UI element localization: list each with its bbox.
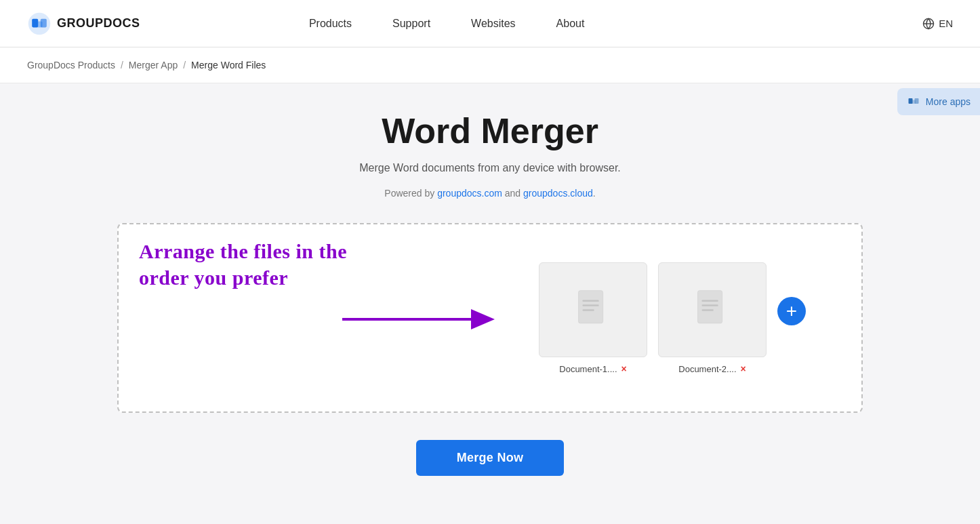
annotation-area: Arrange the files in the order you prefe… <box>139 238 396 291</box>
svg-rect-12 <box>583 300 599 302</box>
powered-by-prefix: Powered by <box>384 188 437 199</box>
main-content: Word Merger Merge Word documents from an… <box>0 83 980 517</box>
merge-now-button[interactable]: Merge Now <box>416 440 565 476</box>
breadcrumb-groupdocs[interactable]: GroupDocs Products <box>27 60 115 70</box>
file-label-1: Document-1.... <box>559 364 617 374</box>
nav-about[interactable]: About <box>556 18 585 30</box>
nav-websites[interactable]: Websites <box>471 18 516 30</box>
file-label-2: Document-2.... <box>678 364 736 374</box>
file-remove-1[interactable]: × <box>621 364 627 374</box>
breadcrumb-sep-1: / <box>121 60 123 70</box>
more-apps-label: More apps <box>926 96 971 107</box>
lang-label: EN <box>939 18 953 29</box>
svg-rect-14 <box>583 309 594 311</box>
svg-rect-18 <box>702 309 714 311</box>
more-apps-button[interactable]: More apps <box>897 88 980 115</box>
svg-rect-8 <box>912 100 916 104</box>
breadcrumb-merger-app[interactable]: Merger App <box>129 60 178 70</box>
file-thumbnail-1[interactable] <box>539 262 647 357</box>
groupdocs-com-link[interactable]: groupdocs.com <box>437 188 502 199</box>
svg-rect-13 <box>583 304 599 306</box>
arrow-icon <box>342 299 498 340</box>
more-apps-icon <box>907 95 920 108</box>
annotation-text: Arrange the files in the order you prefe… <box>139 238 396 291</box>
breadcrumb-current: Merge Word Files <box>191 60 266 70</box>
globe-icon <box>922 18 935 30</box>
main-nav: Products Support Websites About <box>309 18 585 30</box>
file-thumbnail-2[interactable] <box>658 262 767 357</box>
drop-zone[interactable]: Arrange the files in the order you prefe… <box>117 223 863 413</box>
document-icon-2 <box>692 289 733 330</box>
language-selector[interactable]: EN <box>922 18 953 30</box>
file-remove-2[interactable]: × <box>741 364 746 374</box>
powered-by-suffix: . <box>593 188 596 199</box>
page-title: Word Merger <box>382 110 598 151</box>
powered-by: Powered by groupdocs.com and groupdocs.c… <box>384 188 595 199</box>
powered-by-and: and <box>502 188 523 199</box>
nav-products[interactable]: Products <box>309 18 352 30</box>
svg-rect-16 <box>702 300 718 302</box>
logo-text: GROUPDOCS <box>57 16 140 31</box>
svg-rect-17 <box>702 304 718 306</box>
logo-icon <box>27 12 52 36</box>
add-file-button[interactable]: + <box>777 297 806 325</box>
header: GROUPDOCS Products Support Websites Abou… <box>0 0 980 47</box>
file-label-row-2: Document-2.... × <box>678 364 746 374</box>
page-subtitle: Merge Word documents from any device wit… <box>359 162 621 174</box>
file-card-1: Document-1.... × <box>539 262 647 374</box>
file-card-2: Document-2.... × <box>658 262 767 374</box>
breadcrumb-sep-2: / <box>183 60 186 70</box>
file-label-row-1: Document-1.... × <box>559 364 626 374</box>
files-area: Document-1.... × Document-2.... × <box>539 262 806 374</box>
groupdocs-cloud-link[interactable]: groupdocs.cloud <box>523 188 593 199</box>
merge-btn-area: Merge Now <box>416 440 565 476</box>
svg-rect-3 <box>37 21 43 27</box>
breadcrumb: GroupDocs Products / Merger App / Merge … <box>0 47 980 83</box>
document-icon-1 <box>573 289 613 330</box>
svg-rect-15 <box>698 290 722 323</box>
svg-rect-11 <box>579 290 603 323</box>
svg-marker-10 <box>471 309 495 329</box>
logo[interactable]: GROUPDOCS <box>27 12 140 36</box>
nav-support[interactable]: Support <box>392 18 430 30</box>
